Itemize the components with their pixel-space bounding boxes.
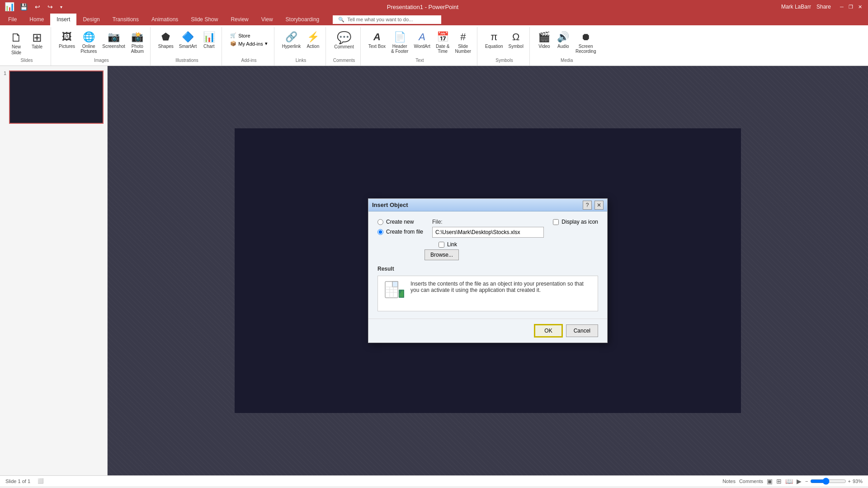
wordart-label: WordArt (414, 44, 430, 49)
video-icon: 🎬 (538, 31, 550, 43)
hyperlink-button[interactable]: 🔗 Hyperlink (280, 30, 303, 50)
create-new-radio[interactable]: Create new (377, 219, 423, 225)
share-button[interactable]: Share (816, 4, 831, 10)
file-path-input[interactable] (432, 227, 544, 238)
zoom-control: − + 93% (805, 478, 863, 485)
screenshot-label: Screenshot (102, 44, 125, 49)
shapes-icon: ⬟ (161, 31, 170, 43)
tab-file[interactable]: File (2, 14, 23, 25)
dialog-title-buttons: ? ✕ (583, 201, 604, 210)
comments-button[interactable]: Comments (739, 479, 763, 484)
ribbon-group-comments: 💬 Comment Comments (328, 27, 360, 66)
create-new-radio-input[interactable] (377, 219, 383, 225)
my-addins-button[interactable]: 📦 My Add-ins ▾ (227, 40, 270, 47)
minimize-button[interactable]: ─ (838, 3, 845, 10)
store-icon: 🛒 (230, 33, 236, 38)
notes-button[interactable]: Notes (722, 479, 736, 484)
save-qat-button[interactable]: 💾 (18, 2, 29, 11)
tab-review[interactable]: Review (224, 14, 255, 25)
header-footer-button[interactable]: 📄 Header& Footer (389, 30, 410, 55)
normal-view-button[interactable]: ▣ (767, 478, 773, 485)
display-as-icon-checkbox[interactable] (553, 219, 559, 225)
text-box-icon: A (373, 31, 381, 43)
customize-qat-button[interactable]: ▾ (58, 4, 64, 10)
slide-info: Slide 1 of 1 (5, 479, 30, 484)
chart-button[interactable]: 📊 Chart (200, 30, 218, 50)
new-slide-button[interactable]: 🗋 New Slide (6, 30, 26, 57)
svg-rect-10 (402, 291, 403, 297)
slideshow-button[interactable]: ▶ (797, 478, 802, 485)
tell-me-search[interactable]: 🔍 Tell me what you want to do... (333, 15, 441, 24)
equation-icon: π (491, 31, 497, 43)
pictures-button[interactable]: 🖼 Pictures (57, 30, 77, 50)
tab-storyboarding[interactable]: Storyboarding (279, 14, 326, 25)
result-description: Inserts the contents of the file as an o… (410, 281, 592, 293)
result-area: Result (377, 266, 598, 311)
table-label: Table (32, 44, 42, 49)
browse-button[interactable]: Browse... (425, 249, 459, 260)
store-button[interactable]: 🛒 Store (227, 32, 270, 39)
hyperlink-icon: 🔗 (285, 31, 297, 43)
links-buttons: 🔗 Hyperlink ⚡ Action (280, 28, 322, 57)
dialog-help-button[interactable]: ? (583, 201, 592, 210)
tab-slide-show[interactable]: Slide Show (184, 14, 224, 25)
table-button[interactable]: ⊞ Table (27, 30, 47, 51)
audio-button[interactable]: 🔊 Audio (554, 30, 572, 50)
radio-group: Create new Create from file (377, 219, 423, 248)
tab-home[interactable]: Home (23, 14, 50, 25)
link-checkbox-label[interactable]: Link (439, 241, 457, 248)
link-checkbox[interactable] (439, 242, 444, 248)
reading-view-button[interactable]: 📖 (785, 478, 793, 485)
tab-view[interactable]: View (255, 14, 279, 25)
search-placeholder: Tell me what you want to do... (347, 17, 413, 22)
ribbon-tabs: File Home Insert Design Transitions Anim… (0, 14, 868, 25)
restore-button[interactable]: ❐ (847, 3, 854, 10)
addins-vertical: 🛒 Store 📦 My Add-ins ▾ (227, 30, 270, 47)
ribbon-group-media: 🎬 Video 🔊 Audio ⏺ ScreenRecording Media (532, 27, 602, 66)
text-box-label: Text Box (368, 44, 386, 49)
equation-button[interactable]: π Equation (483, 30, 505, 50)
create-from-file-radio-input[interactable] (377, 229, 383, 235)
redo-qat-button[interactable]: ↪ (46, 2, 55, 11)
screen-recording-button[interactable]: ⏺ ScreenRecording (573, 30, 599, 55)
create-from-file-radio[interactable]: Create from file (377, 229, 423, 235)
table-icon: ⊞ (32, 32, 42, 43)
undo-qat-button[interactable]: ↩ (33, 2, 42, 11)
browse-display-area: Display as icon (553, 219, 598, 248)
slide-thumbnail[interactable] (9, 70, 104, 124)
zoom-level: 93% (853, 479, 863, 484)
result-heading: Result (377, 266, 598, 272)
shapes-button[interactable]: ⬟ Shapes (156, 30, 176, 50)
photo-album-button[interactable]: 📸 PhotoAlbum (128, 30, 146, 55)
slides-buttons: 🗋 New Slide ⊞ Table (6, 28, 47, 57)
zoom-in-button[interactable]: + (848, 479, 851, 484)
ok-button[interactable]: OK (534, 324, 562, 337)
wordart-button[interactable]: A WordArt (411, 30, 433, 50)
zoom-out-button[interactable]: − (805, 479, 808, 484)
video-button[interactable]: 🎬 Video (535, 30, 553, 50)
header-footer-label: Header& Footer (391, 44, 408, 54)
slide-number-button[interactable]: # SlideNumber (453, 30, 473, 55)
my-addins-icon: 📦 (230, 41, 236, 47)
action-button[interactable]: ⚡ Action (304, 30, 322, 50)
close-button[interactable]: ✕ (856, 3, 863, 10)
online-pictures-button[interactable]: 🌐 OnlinePictures (78, 30, 99, 55)
comment-button[interactable]: 💬 Comment (331, 30, 356, 51)
slide-sorter-button[interactable]: ⊞ (776, 478, 782, 485)
smartart-button[interactable]: 🔷 SmartArt (177, 30, 199, 50)
screenshot-button[interactable]: 📷 Screenshot (100, 30, 127, 50)
tab-insert[interactable]: Insert (50, 14, 76, 25)
symbol-button[interactable]: Ω Symbol (506, 30, 526, 50)
tab-animations[interactable]: Animations (145, 14, 184, 25)
user-name: Mark LaBarr (781, 4, 811, 10)
svg-rect-1 (392, 282, 398, 287)
tab-transitions[interactable]: Transitions (106, 14, 145, 25)
date-time-icon: 📅 (437, 31, 449, 43)
date-time-button[interactable]: 📅 Date &Time (434, 30, 452, 55)
text-box-button[interactable]: A Text Box (366, 30, 388, 50)
cancel-button[interactable]: Cancel (566, 324, 598, 337)
zoom-slider[interactable] (810, 478, 846, 485)
dialog-close-button[interactable]: ✕ (594, 201, 604, 210)
display-as-icon-label[interactable]: Display as icon (553, 219, 598, 225)
tab-design[interactable]: Design (76, 14, 106, 25)
